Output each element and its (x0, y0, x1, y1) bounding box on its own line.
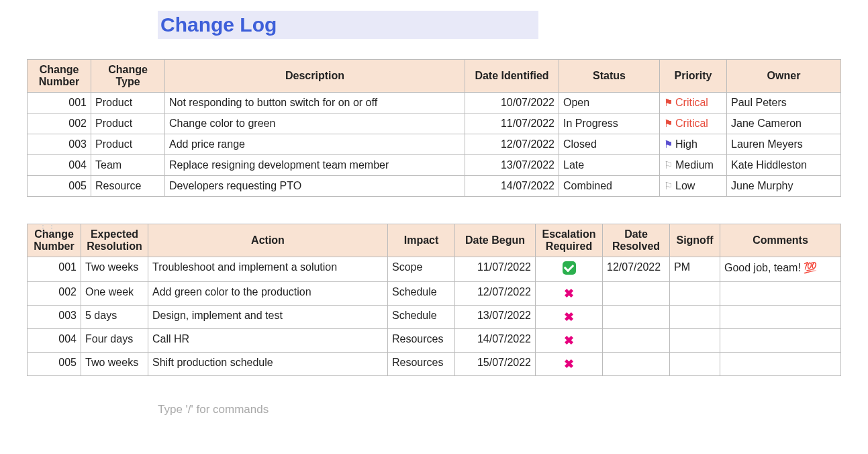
t2-h-impact: Impact (388, 224, 455, 257)
cell-type: Product (91, 114, 165, 134)
change-log-table-2: Change Number Expected Resolution Action… (27, 224, 841, 376)
cell-date: 10/07/2022 (465, 93, 559, 114)
table-row: 002ProductChange color to green11/07/202… (28, 114, 841, 134)
cell-resolved (603, 353, 670, 376)
t2-h-resolved: Date Resolved (603, 224, 670, 257)
cell-priority: ⚑Critical (660, 114, 727, 134)
cell-comments (720, 282, 841, 306)
cell-escalation: ✖ (536, 353, 603, 376)
cell-signoff: PM (670, 257, 720, 282)
cell-owner: Kate Hiddleston (727, 155, 841, 176)
cell-resolved (603, 329, 670, 353)
cell-desc: Developers requesting PTO (165, 176, 465, 197)
x-icon: ✖ (564, 310, 574, 324)
cell-owner: Jane Cameron (727, 114, 841, 134)
cell-number: 001 (28, 93, 91, 114)
cell-action: Call HR (148, 329, 388, 353)
drag-handle-icon[interactable]: ⋮⋮ (39, 224, 56, 233)
cell-status: Combined (559, 176, 660, 197)
cell-status: Late (559, 155, 660, 176)
t2-h-begun: Date Begun (455, 224, 536, 257)
flag-icon: ⚐ (664, 180, 673, 191)
change-log-table-1: Change Number Change Type Description Da… (27, 59, 841, 197)
cell-begun: 15/07/2022 (455, 353, 536, 376)
cell-date: 12/07/2022 (465, 134, 559, 155)
cell-escalation: ✖ (536, 282, 603, 306)
cell-begun: 12/07/2022 (455, 282, 536, 306)
table-row: 001ProductNot responding to button switc… (28, 93, 841, 114)
cell-escalation: ✖ (536, 306, 603, 329)
cell-escalation (536, 257, 603, 282)
t2-h-comments: Comments (720, 224, 841, 257)
cell-impact: Resources (388, 353, 455, 376)
x-icon: ✖ (564, 334, 574, 347)
cell-status: Closed (559, 134, 660, 155)
x-icon: ✖ (564, 357, 574, 371)
cell-signoff (670, 306, 720, 329)
cell-priority: ⚐Low (660, 176, 727, 197)
table-row: 005Two weeksShift production scheduleRes… (28, 353, 841, 376)
page-title: Change Log (158, 11, 538, 39)
cell-priority: ⚑Critical (660, 93, 727, 114)
cell-desc: Replace resigning development team membe… (165, 155, 465, 176)
cell-type: Product (91, 134, 165, 155)
cell-begun: 11/07/2022 (455, 257, 536, 282)
cell-begun: 14/07/2022 (455, 329, 536, 353)
cell-date: 11/07/2022 (465, 114, 559, 134)
t1-h-date: Date Identified (465, 60, 559, 93)
cell-impact: Resources (388, 329, 455, 353)
cell-number: 005 (28, 353, 81, 376)
cell-comments: Good job, team! 💯 (720, 257, 841, 282)
cell-comments (720, 329, 841, 353)
cell-res: Two weeks (81, 257, 148, 282)
cell-number: 004 (28, 155, 91, 176)
cell-number: 002 (28, 114, 91, 134)
cell-number: 003 (28, 134, 91, 155)
cell-res: Two weeks (81, 353, 148, 376)
cell-res: 5 days (81, 306, 148, 329)
t2-h-res: Expected Resolution (81, 224, 148, 257)
cell-escalation: ✖ (536, 329, 603, 353)
cell-signoff (670, 353, 720, 376)
cell-action: Design, implement and test (148, 306, 388, 329)
cell-date: 14/07/2022 (465, 176, 559, 197)
cell-res: One week (81, 282, 148, 306)
cell-number: 002 (28, 282, 81, 306)
flag-icon: ⚑ (664, 138, 673, 150)
cell-signoff (670, 329, 720, 353)
table-row: 004TeamReplace resigning development tea… (28, 155, 841, 176)
cell-number: 004 (28, 329, 81, 353)
cell-number: 005 (28, 176, 91, 197)
t2-h-action: Action (148, 224, 388, 257)
cell-number: 001 (28, 257, 81, 282)
t2-h-signoff: Signoff (670, 224, 720, 257)
cell-action: Shift production schedule (148, 353, 388, 376)
t1-h-owner: Owner (727, 60, 841, 93)
cell-resolved (603, 306, 670, 329)
cell-impact: Schedule (388, 282, 455, 306)
t1-h-desc: Description (165, 60, 465, 93)
cell-status: In Progress (559, 114, 660, 134)
cell-type: Product (91, 93, 165, 114)
t1-h-number: Change Number (28, 60, 91, 93)
table-row: 002One weekAdd green color to the produc… (28, 282, 841, 306)
cell-begun: 13/07/2022 (455, 306, 536, 329)
t2-h-escalation: Escalation Required (536, 224, 603, 257)
table-row: 004Four daysCall HRResources14/07/2022✖ (28, 329, 841, 353)
cell-type: Resource (91, 176, 165, 197)
flag-icon: ⚐ (664, 159, 673, 171)
cell-resolved: 12/07/2022 (603, 257, 670, 282)
flag-icon: ⚑ (664, 97, 673, 108)
table-row: 005ResourceDevelopers requesting PTO14/0… (28, 176, 841, 197)
cell-status: Open (559, 93, 660, 114)
check-icon (563, 261, 576, 275)
cell-res: Four days (81, 329, 148, 353)
table-row: 001Two weeksTroubleshoot and implement a… (28, 257, 841, 282)
command-placeholder[interactable]: Type '/' for commands (158, 403, 841, 416)
cell-priority: ⚐Medium (660, 155, 727, 176)
cell-comments (720, 306, 841, 329)
cell-action: Add green color to the production (148, 282, 388, 306)
cell-desc: Change color to green (165, 114, 465, 134)
flag-icon: ⚑ (664, 118, 673, 129)
cell-type: Team (91, 155, 165, 176)
